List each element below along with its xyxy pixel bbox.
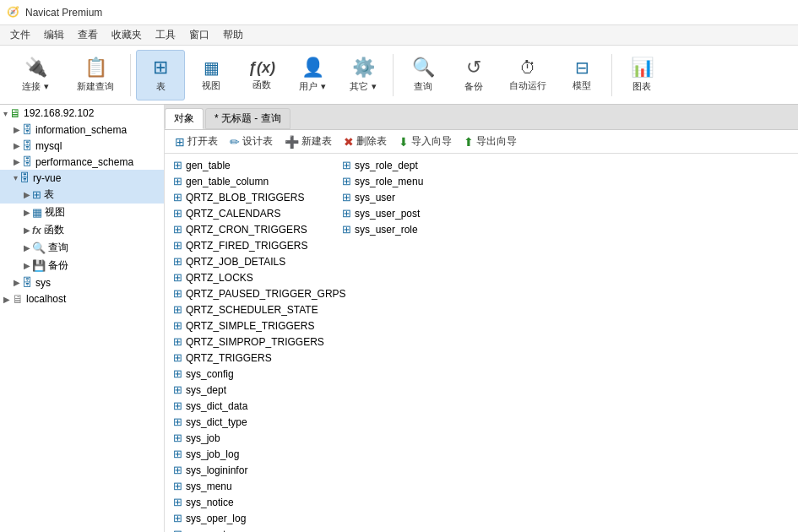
db4-label: ry-vue [33,172,61,184]
user-label: 用户 ▾ [299,80,325,93]
table-item-gen-table-col[interactable]: ⊞ gen_table_column [168,173,337,189]
connect-button[interactable]: 🔌 连接 ▾ [7,50,64,100]
model-button[interactable]: ⊟ 模型 [557,50,606,100]
new-table-btn[interactable]: ➕ 新建表 [280,133,337,150]
table-list-left: ⊞ gen_table ⊞ gen_table_column ⊞ QRTZ_BL… [168,157,337,529]
table-button[interactable]: ⊞ 表 [136,50,185,100]
view-button[interactable]: ▦ 视图 [187,50,236,100]
table-item-qrtz-sched[interactable]: ⊞ QRTZ_SCHEDULER_STATE [168,301,337,318]
arrow-folder-table: ▶ [24,190,30,199]
table-icon-16: ⊞ [173,399,182,412]
table-item-qrtz-cal[interactable]: ⊞ QRTZ_CALENDARS [168,205,337,221]
db-icon1: 🗄 [22,123,33,136]
menu-file[interactable]: 文件 [3,26,37,44]
new-query-button[interactable]: 📋 新建查询 [66,50,125,100]
backup-button[interactable]: ↺ 备份 [449,50,498,100]
open-table-label: 打开表 [187,134,218,149]
sidebar-folder-table[interactable]: ▶ ⊞ 表 [0,186,164,204]
delete-table-btn[interactable]: ✖ 删除表 [339,133,392,150]
table-item-sys-dept[interactable]: ⊞ sys_dept [168,382,337,398]
server-icon: 🖥 [9,106,21,120]
table-item-qrtz-simprop[interactable]: ⊞ QRTZ_SIMPROP_TRIGGERS [168,334,337,350]
menu-edit[interactable]: 编辑 [37,26,71,44]
table-icon-14: ⊞ [173,367,182,380]
folder-view-label: 视图 [45,205,65,220]
divider3 [611,54,612,96]
menu-view[interactable]: 查看 [71,26,105,44]
menu-window[interactable]: 窗口 [182,26,216,44]
sidebar-folder-query[interactable]: ▶ 🔍 查询 [0,239,164,257]
view-label: 视图 [202,79,220,92]
db2-label: mysql [35,140,62,152]
other-button[interactable]: ⚙️ 其它 ▾ [339,50,388,100]
sidebar-db-ryvue[interactable]: ▾ 🗄 ry-vue [0,170,164,186]
export-wizard-btn[interactable]: ⬆ 导出向导 [459,133,522,150]
table-item-sys-dict-type[interactable]: ⊞ sys_dict_type [168,414,337,430]
func-button[interactable]: ƒ(x) 函数 [237,50,286,100]
table-item-sys-job-log[interactable]: ⊞ sys_job_log [168,446,337,462]
chart-button[interactable]: 📊 图表 [617,50,666,100]
table-item-sys-dict-data[interactable]: ⊞ sys_dict_data [168,398,337,414]
table-item-gen-table[interactable]: ⊞ gen_table [168,157,337,173]
folder-view-icon: ▦ [32,206,42,219]
content-area: 对象 * 无标题 - 查询 ⊞ 打开表 ✏ 设计表 ➕ 新建表 ✖ 删除表 ⬇ [165,105,798,532]
func-label: 函数 [252,79,271,91]
menu-tools[interactable]: 工具 [149,26,182,44]
table-item-sys-notice[interactable]: ⊞ sys_notice [168,494,337,510]
sidebar-folder-view[interactable]: ▶ ▦ 视图 [0,204,164,221]
table-item-sys-role-dept[interactable]: ⊞ sys_role_dept [337,157,506,173]
table-item-sys-menu[interactable]: ⊞ sys_menu [168,478,337,494]
table-icon-1: ⊞ [173,159,182,171]
table-item-sys-user[interactable]: ⊞ sys_user [337,189,506,205]
sidebar-folder-func[interactable]: ▶ fx 函数 [0,221,164,239]
menu-help[interactable]: 帮助 [216,26,250,44]
toolbar: 🔌 连接 ▾ 📋 新建查询 ⊞ 表 ▦ 视图 ƒ(x) 函数 👤 用户 ▾ ⚙️… [0,46,798,105]
connect-label: 连接 ▾ [22,80,48,93]
sidebar-server-2[interactable]: ▶ 🖥 localhost [0,290,164,307]
table-icon-4: ⊞ [173,207,182,220]
table-item-sys-job[interactable]: ⊞ sys_job [168,430,337,446]
import-wizard-btn[interactable]: ⬇ 导入向导 [394,133,457,150]
sidebar-db-sys[interactable]: ▶ 🗄 sys [0,274,164,290]
table-item-qrtz-fired[interactable]: ⊞ QRTZ_FIRED_TRIGGERS [168,237,337,253]
table-item-qrtz-triggers[interactable]: ⊞ QRTZ_TRIGGERS [168,350,337,366]
table-item-qrtz-job[interactable]: ⊞ QRTZ_JOB_DETAILS [168,253,337,269]
sidebar-folder-backup[interactable]: ▶ 💾 备份 [0,257,164,274]
tab-query[interactable]: * 无标题 - 查询 [205,108,290,129]
new-table-label: 新建表 [301,134,332,149]
db-icon4: 🗄 [19,171,30,184]
sidebar-db-mysql[interactable]: ▶ 🗄 mysql [0,138,164,154]
chart-label: 图表 [632,80,651,93]
menu-favorites[interactable]: 收藏夹 [105,26,149,44]
open-table-btn[interactable]: ⊞ 打开表 [170,133,223,150]
table-item-sys-role-menu[interactable]: ⊞ sys_role_menu [337,173,506,189]
table-item-sys-post[interactable]: ⊞ sys_post [168,526,337,532]
sidebar-db-info[interactable]: ▶ 🗄 information_schema [0,122,164,138]
table-item-qrtz-simple[interactable]: ⊞ QRTZ_SIMPLE_TRIGGERS [168,318,337,334]
table-item-qrtz-paused[interactable]: ⊞ QRTZ_PAUSED_TRIGGER_GRPS [168,285,337,301]
import-label: 导入向导 [411,134,452,149]
autorun-label: 自动运行 [509,79,546,92]
table-icon-5: ⊞ [173,223,182,236]
table-item-sys-user-role[interactable]: ⊞ sys_user_role [337,221,506,237]
table-icon-19: ⊞ [173,448,182,460]
table-item-qrtz-locks[interactable]: ⊞ QRTZ_LOCKS [168,269,337,285]
user-button[interactable]: 👤 用户 ▾ [288,50,337,100]
folder-backup-icon: 💾 [32,259,46,272]
table-item-sys-config[interactable]: ⊞ sys_config [168,366,337,382]
import-icon: ⬇ [399,135,409,149]
table-item-sys-user-post[interactable]: ⊞ sys_user_post [337,205,506,221]
design-table-btn[interactable]: ✏ 设计表 [225,133,278,150]
table-item-qrtz-blob[interactable]: ⊞ QRTZ_BLOB_TRIGGERS [168,189,337,205]
table-item-qrtz-cron[interactable]: ⊞ QRTZ_CRON_TRIGGERS [168,221,337,237]
sidebar-server-1[interactable]: ▾ 🖥 192.168.92.102 [0,105,164,122]
tab-object[interactable]: 对象 [165,108,204,129]
table-item-sys-logininfor[interactable]: ⊞ sys_logininfor [168,462,337,478]
server1-label: 192.168.92.102 [24,107,94,119]
query-button[interactable]: 🔍 查询 [399,50,448,100]
table-item-sys-oper-log[interactable]: ⊞ sys_oper_log [168,510,337,526]
table-icon-11: ⊞ [173,319,182,332]
sidebar-db-perf[interactable]: ▶ 🗄 performance_schema [0,154,164,170]
autorun-button[interactable]: ⏱ 自动运行 [500,50,556,100]
main-area: ▾ 🖥 192.168.92.102 ▶ 🗄 information_schem… [0,105,798,532]
